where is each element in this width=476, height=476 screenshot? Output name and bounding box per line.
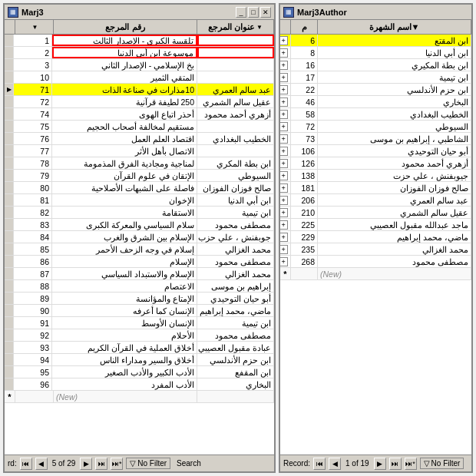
table-row[interactable]: 91الإنسان الأوسطابن تيمية [5, 317, 274, 329]
right-table-row[interactable]: +268مصطفى محمود [280, 256, 471, 268]
expand-button[interactable]: + [280, 110, 288, 119]
right-table-row[interactable]: +72السيوطي [280, 121, 471, 133]
right-table-row[interactable]: +22ابن حزم الأندلسي [280, 84, 471, 96]
expand-button[interactable]: + [280, 36, 288, 45]
right-table-row[interactable]: +138جيوبفنش ، علي حزت [280, 170, 471, 182]
expand-button[interactable]: + [280, 147, 288, 156]
marj3-table-container: ▼ رقم المرجع عنوان المرجع ▼ 1تلقيبية الك… [5, 20, 274, 455]
table-row[interactable]: 78لمناجية ومجادية الفرق المذمومةابن بطة … [5, 157, 274, 170]
table-row[interactable]: 92الأحلاممصطفى محمود [5, 329, 274, 342]
expand-button[interactable]: + [280, 159, 288, 168]
expand-button[interactable]: + [280, 122, 288, 131]
right-table-row[interactable]: +58الخطيب البغدادي [280, 108, 471, 121]
right-col-header-num[interactable]: م [291, 20, 318, 34]
right-table-row[interactable]: +106أبو حيان التوحيدي [280, 145, 471, 157]
marj3author-window: ▦ Marj3Author م اسم الشهرة ▼ +6ابن المقت… [279, 3, 473, 473]
marj3-window-controls: _ □ ✕ [236, 7, 271, 18]
table-row[interactable]: 2موسوعة ابن أبي الدنيا [5, 47, 274, 59]
right-no-filter-button[interactable]: ▽ No Filter [420, 458, 464, 469]
last-record-button[interactable]: ⏭ [95, 458, 107, 470]
right-prev-record-button[interactable]: ◀ [329, 458, 341, 470]
table-row[interactable]: 74أحذر اتباع الهوىأزهري أحمد محمود [5, 108, 274, 121]
right-cell-num: 210 [291, 207, 318, 218]
expand-button[interactable]: + [280, 233, 288, 242]
cell-title: 250 لطيفة قرآنية [52, 96, 197, 107]
right-table-row[interactable]: +8ابن أبي الدنيا [280, 47, 471, 59]
prev-record-button[interactable]: ◀ [35, 458, 48, 470]
new-record-button[interactable]: ⏭* [111, 458, 123, 470]
marj3-table-body[interactable]: 1تلقيبية الكبرى - الإصدار الثالث2موسوعة … [5, 35, 274, 455]
right-table-row[interactable]: +126أزهري أحمد محمود [280, 157, 471, 170]
right-table-row[interactable]: +17ابن تيمية [280, 71, 471, 84]
marj3author-title-bar: ▦ Marj3Author [280, 5, 471, 20]
right-cell-num: 206 [291, 194, 318, 206]
right-first-record-button[interactable]: ⏮ [313, 458, 326, 470]
table-row[interactable]: 79الإتقان في علوم القرآنالسيوطي [5, 170, 274, 182]
right-col-header-name[interactable]: اسم الشهرة ▼ [318, 20, 471, 34]
table-row[interactable]: 81الإخوانابن أبي الدنيا [5, 194, 274, 207]
right-last-record-button[interactable]: ⏭ [389, 458, 402, 470]
col-header-author[interactable]: عنوان المرجع ▼ [197, 20, 274, 34]
restore-button[interactable]: □ [248, 7, 259, 18]
expand-button[interactable]: + [280, 220, 288, 230]
right-table-row[interactable]: +46البخاري [280, 96, 471, 108]
table-row[interactable]: 85إسلام في وجه الزحف الأحمرمحمد الغزالي [5, 243, 274, 256]
expand-button[interactable]: + [280, 183, 288, 193]
table-row[interactable]: 94أخلاق والسير ومداراء الناسابن حزم الأن… [5, 354, 274, 366]
col-header-title[interactable]: رقم المرجع [54, 20, 197, 34]
table-row[interactable]: 10المتقي الثمير [5, 71, 274, 84]
expand-button[interactable]: + [280, 73, 288, 82]
expand-cell: + [280, 182, 291, 193]
col-header-num[interactable]: ▼ [15, 20, 54, 34]
expand-button[interactable]: + [280, 257, 288, 266]
expand-button[interactable]: + [280, 208, 288, 217]
expand-button[interactable]: + [280, 245, 288, 254]
table-row[interactable]: 90الإنسان كما أعرفهماضي، محمد إبراهيم [5, 305, 274, 317]
minimize-button[interactable]: _ [236, 7, 246, 18]
right-table-row[interactable]: +181صالح فوزان الفوزان [280, 182, 471, 194]
right-table-row[interactable]: +73الشاطبي ، إبراهيم بن موسى [280, 133, 471, 145]
table-row[interactable]: 87الإسلام والاستبداد السياسيمحمد الغزالي [5, 268, 274, 280]
expand-cell: + [280, 256, 291, 267]
cell-num: 71 [14, 84, 52, 95]
expand-button[interactable]: + [280, 61, 288, 70]
no-filter-button[interactable]: ▽ No Filter [126, 458, 170, 469]
right-table-row[interactable]: +16ابن بطة المكيري [280, 59, 471, 71]
expand-button[interactable]: + [280, 48, 288, 58]
table-row[interactable]: 93أخلاق العملية في القرآن الكريمعبادة مق… [5, 342, 274, 354]
table-row[interactable]: 76اقتصاد العلم العملالخطيب البغدادي [5, 133, 274, 145]
right-table-row[interactable]: +6ابن المقتع [280, 35, 471, 47]
right-next-record-button[interactable]: ▶ [374, 458, 386, 470]
close-button[interactable]: ✕ [260, 7, 271, 18]
right-new-record-button[interactable]: ⏭* [405, 458, 417, 470]
table-row[interactable]: 1تلقيبية الكبرى - الإصدار الثالث [5, 35, 274, 47]
expand-button[interactable]: + [280, 134, 288, 144]
expand-button[interactable]: + [280, 98, 288, 107]
table-row[interactable]: 72250 لطيفة قرآنيةعقيل سالم الشمري [5, 96, 274, 108]
expand-button[interactable]: + [280, 196, 288, 205]
table-row[interactable]: 83سلام السياسي والمعركة الكبرىمصطفى محمو… [5, 219, 274, 231]
next-record-button[interactable]: ▶ [80, 458, 92, 470]
table-row[interactable]: 80فاصلة على الشبهات الأصلاحيةصالح فوزان … [5, 182, 274, 194]
table-row[interactable]: 95الأدب الكبير والأدب الصغيرابن المقفع [5, 366, 274, 378]
table-row[interactable]: 84الإسلام بين الشرق والغربجوبفنش ، علي ح… [5, 231, 274, 243]
table-row[interactable]: 82الاستقامةابن تيمية [5, 207, 274, 219]
right-table-row[interactable]: +210عقيل سالم الشمري [280, 207, 471, 219]
marj3author-table-body[interactable]: +6ابن المقتع+8ابن أبي الدنيا+16ابن بطة ا… [280, 35, 471, 455]
expand-button[interactable]: + [280, 85, 288, 94]
table-row[interactable]: 75مستقيم لمخالفة أصحاب الحجيم [5, 121, 274, 133]
right-table-row[interactable]: +229ماضي، محمد إبراهيم [280, 231, 471, 243]
expand-button[interactable]: + [280, 171, 288, 180]
first-record-button[interactable]: ⏮ [20, 458, 32, 470]
table-row[interactable]: 3بخ الإسلامي - الإصدار الثاني [5, 59, 274, 71]
table-row[interactable]: 86الإسلاممصطفى محمود [5, 256, 274, 268]
table-row[interactable]: 89الإمتاع والمؤانسةأبو حيان التوحيدي [5, 293, 274, 305]
cell-author [197, 47, 274, 58]
right-table-row[interactable]: +206عبد سالم العمري [280, 194, 471, 207]
table-row[interactable]: 88الاعتصامإبراهيم بن موسى [5, 280, 274, 293]
table-row[interactable]: 77الاتصال بأهل الأثر [5, 145, 274, 157]
table-row[interactable]: 96الأدب المفردالبخاري [5, 378, 274, 391]
table-row[interactable]: ▶7110مذارات في صناعة الذاتعبد سالم العمر… [5, 84, 274, 96]
right-table-row[interactable]: +235محمد الغزالي [280, 243, 471, 256]
right-table-row[interactable]: +225ماجد عبدالله مقبول العصيبي [280, 219, 471, 231]
